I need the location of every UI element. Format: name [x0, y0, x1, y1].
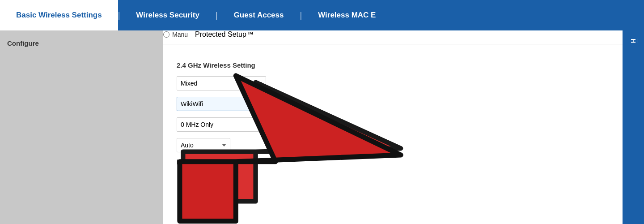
- nav-separator-3: |: [300, 0, 302, 30]
- ssid-broadcast-row: bled Disabled: [177, 159, 609, 166]
- tab-guest-access-label: Guest Access: [234, 11, 284, 20]
- help-link[interactable]: H: [630, 39, 637, 43]
- network-mode-select[interactable]: Mixed Wireless-B Only Wireless-G Only Wi…: [177, 76, 266, 90]
- section-header: 2.4 GHz Wireless Setting: [177, 61, 609, 69]
- tab-guest-access[interactable]: Guest Access: [218, 0, 300, 30]
- tab-wireless-mac[interactable]: Wireless MAC E: [302, 0, 644, 30]
- tab-wireless-security[interactable]: Wireless Security: [120, 0, 216, 30]
- tab-wireless-mac-label: Wireless MAC E: [318, 11, 376, 20]
- channel-select[interactable]: Auto 1 2 3 4 5 6: [177, 138, 230, 152]
- tab-wireless-security-label: Wireless Security: [136, 11, 199, 20]
- network-name-input[interactable]: [177, 97, 266, 111]
- disabled-option[interactable]: Disabled: [195, 159, 229, 166]
- help-panel: H: [623, 30, 644, 224]
- disabled-label: Disabled: [204, 159, 229, 166]
- wps-label: Protected Setup™: [195, 30, 254, 39]
- top-navigation: Basic Wireless Settings | Wireless Secur…: [0, 0, 644, 30]
- sidebar-title: Configure: [7, 39, 156, 47]
- content-panel: Manu Protected Setup™ 2.4 GHz Wireless S…: [163, 30, 623, 224]
- network-mode-row: Mixed Wireless-B Only Wireless-G Only Wi…: [177, 76, 609, 90]
- tab-basic-wireless-label: Basic Wireless Settings: [16, 11, 102, 20]
- enabled-label: bled: [177, 159, 188, 166]
- settings-area: 2.4 GHz Wireless Setting Mixed Wireless-…: [163, 52, 623, 175]
- manual-radio[interactable]: [163, 31, 169, 38]
- main-content: Configure Manu Protected Setup™ 2.4 GHz …: [0, 30, 644, 224]
- sidebar: Configure: [0, 30, 163, 224]
- manual-option[interactable]: Manu: [163, 31, 188, 38]
- tab-basic-wireless[interactable]: Basic Wireless Settings: [0, 0, 118, 30]
- manual-label: Manu: [172, 31, 188, 38]
- channel-row: Auto 1 2 3 4 5 6: [177, 138, 609, 152]
- channel-width-row: 0 MHz Only 20 MHz Only Auto (20 MHz or 4…: [177, 117, 609, 132]
- setup-row: Manu Protected Setup™: [163, 30, 623, 44]
- channel-width-select[interactable]: 0 MHz Only 20 MHz Only Auto (20 MHz or 4…: [177, 117, 266, 132]
- network-name-row: [177, 97, 609, 111]
- disabled-radio[interactable]: [195, 159, 202, 165]
